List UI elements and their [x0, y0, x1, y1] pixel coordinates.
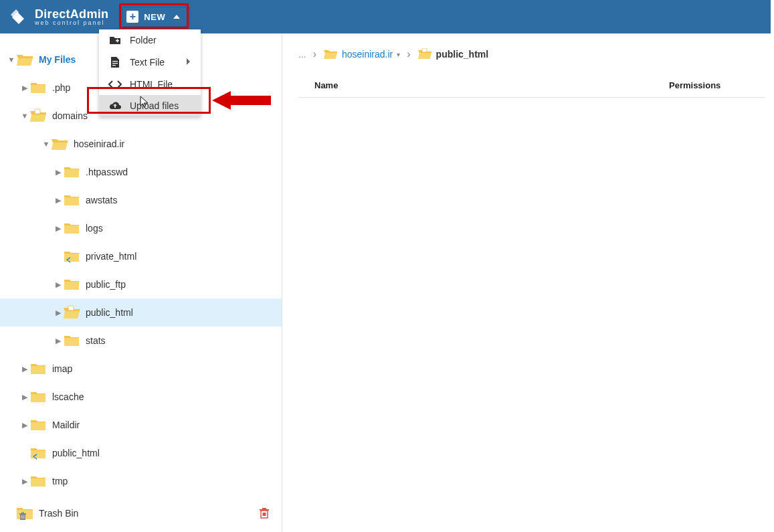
- column-header-permissions[interactable]: Permissions: [669, 80, 749, 90]
- expand-icon[interactable]: ▶: [54, 337, 63, 345]
- tree-item-htpasswd[interactable]: ▶ .htpasswd: [0, 158, 282, 186]
- expand-icon[interactable]: ▶: [54, 280, 63, 289]
- folder-open-icon: [51, 137, 68, 151]
- dropdown-label: Text File: [130, 57, 165, 68]
- expand-icon[interactable]: ▼: [41, 140, 51, 148]
- expand-icon[interactable]: ▶: [20, 393, 29, 402]
- logo[interactable]: DirectAdmin web control panel: [9, 7, 108, 27]
- svg-rect-20: [422, 48, 427, 52]
- new-button[interactable]: + NEW: [122, 7, 190, 27]
- expand-icon[interactable]: ▶: [20, 365, 29, 373]
- tree-label: public_html: [86, 307, 133, 318]
- expand-icon[interactable]: ▶: [20, 477, 29, 486]
- trash-folder-icon: [16, 506, 33, 521]
- expand-placeholder: [7, 509, 16, 517]
- tree-label: public_html: [52, 448, 100, 458]
- file-text-icon: [108, 56, 122, 68]
- new-button-label: NEW: [144, 12, 165, 22]
- folder-open-icon: [16, 52, 33, 67]
- folder-link-icon: [29, 446, 47, 460]
- tree-item-awstats[interactable]: ▶ awstats: [0, 186, 282, 214]
- tree-item-lscache[interactable]: ▶ lscache: [0, 383, 282, 411]
- expand-icon[interactable]: ▶: [20, 84, 29, 92]
- tree-item-stats[interactable]: ▶ stats: [0, 327, 282, 355]
- cloud-upload-icon: [108, 100, 122, 111]
- caret-up-icon: [173, 15, 180, 19]
- breadcrumb-current[interactable]: public_html: [417, 48, 489, 60]
- svg-rect-17: [260, 509, 269, 511]
- folder-plus-icon: [108, 35, 122, 46]
- expand-icon[interactable]: ▶: [54, 196, 63, 205]
- tree-item-logs[interactable]: ▶ logs: [0, 214, 282, 242]
- breadcrumb: ... › hoseinirad.ir ▾ › public_html: [282, 48, 771, 74]
- tree-label: imap: [52, 363, 72, 374]
- expand-placeholder: [54, 252, 63, 260]
- tree-label: Trash Bin: [39, 508, 78, 519]
- tree-item-public-ftp[interactable]: ▶ public_ftp: [0, 270, 282, 298]
- svg-rect-12: [21, 513, 24, 514]
- tree-label: domains: [52, 110, 88, 121]
- svg-marker-7: [212, 91, 271, 110]
- tree-item-hoseinirad[interactable]: ▼ hoseinirad.ir: [0, 130, 282, 158]
- svg-rect-6: [112, 65, 116, 66]
- caret-down-icon: ▾: [397, 51, 400, 58]
- svg-rect-18: [262, 508, 266, 509]
- dropdown-item-upload-files[interactable]: Upload files: [99, 95, 201, 116]
- tree-item-imap[interactable]: ▶ imap: [0, 355, 282, 383]
- expand-icon[interactable]: ▼: [20, 112, 29, 120]
- tree-label: logs: [86, 223, 103, 234]
- annotation-arrow: [212, 87, 272, 116]
- tree-label: private_html: [86, 251, 136, 262]
- expand-icon[interactable]: ▶: [54, 168, 63, 177]
- folder-icon: [63, 333, 80, 348]
- chevron-right-icon: ›: [407, 48, 410, 60]
- tree-item-private-html[interactable]: private_html: [0, 242, 282, 270]
- expand-placeholder: [20, 449, 29, 457]
- brand-text: DirectAdmin web control panel: [35, 8, 108, 26]
- top-bar: DirectAdmin web control panel + NEW: [0, 0, 771, 33]
- svg-rect-19: [263, 513, 266, 516]
- svg-rect-5: [112, 63, 118, 64]
- dropdown-item-folder[interactable]: Folder: [99, 29, 201, 51]
- svg-rect-9: [68, 306, 74, 311]
- expand-icon[interactable]: ▶: [54, 224, 63, 233]
- expand-icon[interactable]: ▶: [54, 308, 63, 317]
- folder-open-doc-icon: [417, 48, 432, 60]
- dropdown-label: Upload files: [130, 100, 179, 111]
- code-icon: [108, 80, 122, 89]
- breadcrumb-label: hoseinirad.ir: [342, 49, 393, 60]
- tree-label: .htpasswd: [86, 167, 128, 177]
- svg-rect-3: [117, 39, 118, 42]
- dropdown-label: Folder: [130, 35, 157, 46]
- tree-item-tmp[interactable]: ▶ tmp: [0, 467, 282, 495]
- folder-icon: [29, 418, 47, 432]
- expand-icon[interactable]: ▼: [7, 56, 16, 64]
- tree-label: awstats: [86, 195, 117, 205]
- svg-rect-14: [23, 515, 23, 519]
- expand-icon[interactable]: ▶: [20, 421, 29, 430]
- tree-item-maildir[interactable]: ▶ Maildir: [0, 411, 282, 439]
- chevron-right-icon: ›: [313, 48, 316, 60]
- table-header: Name Permissions: [298, 74, 765, 98]
- empty-trash-button[interactable]: [259, 507, 270, 519]
- tree-item-trash[interactable]: Trash Bin: [0, 499, 282, 527]
- tree-item-public-html-root[interactable]: public_html: [0, 439, 282, 467]
- breadcrumb-label: public_html: [436, 49, 489, 60]
- folder-icon: [63, 277, 80, 292]
- new-button-wrap: + NEW: [122, 7, 190, 27]
- folder-open-icon: [323, 48, 338, 60]
- dropdown-label: HTML File: [130, 79, 173, 90]
- folder-link-icon: [63, 249, 80, 264]
- content-pane: ... › hoseinirad.ir ▾ › public_html Name…: [282, 33, 771, 532]
- column-header-name[interactable]: Name: [314, 80, 669, 90]
- folder-icon: [63, 193, 80, 207]
- tree-label: public_ftp: [86, 279, 126, 290]
- tree-item-public-html[interactable]: ▶ public_html: [0, 298, 282, 327]
- folder-icon: [29, 361, 47, 376]
- breadcrumb-domain[interactable]: hoseinirad.ir ▾: [323, 48, 400, 60]
- chevron-right-icon: [186, 57, 191, 68]
- dropdown-item-html-file[interactable]: HTML File: [99, 74, 201, 95]
- breadcrumb-dots[interactable]: ...: [298, 49, 306, 60]
- dropdown-item-text-file[interactable]: Text File: [99, 51, 201, 74]
- svg-rect-13: [21, 515, 22, 519]
